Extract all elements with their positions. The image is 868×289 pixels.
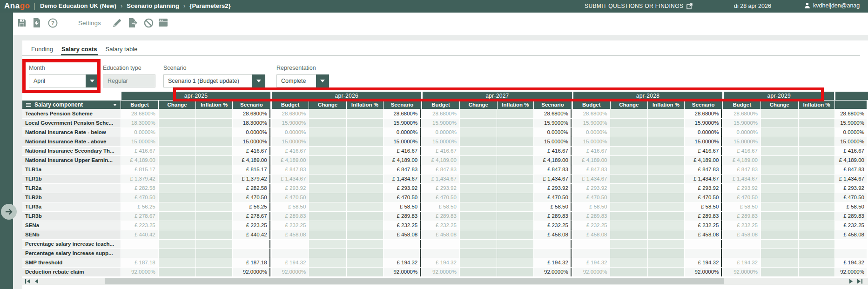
inflation-cell[interactable] bbox=[648, 156, 684, 165]
inflation-cell[interactable] bbox=[799, 175, 835, 183]
inflation-cell[interactable] bbox=[347, 221, 383, 230]
dropdown-arrow-button[interactable] bbox=[316, 74, 329, 87]
inflation-cell[interactable] bbox=[347, 109, 383, 118]
download-icon[interactable] bbox=[33, 18, 43, 28]
change-cell[interactable] bbox=[761, 258, 798, 267]
inflation-cell[interactable] bbox=[648, 137, 684, 146]
inflation-cell[interactable] bbox=[799, 258, 835, 267]
change-cell[interactable] bbox=[610, 109, 647, 118]
inflation-cell[interactable] bbox=[196, 249, 232, 258]
inflation-cell[interactable] bbox=[497, 165, 533, 174]
inflation-cell[interactable] bbox=[799, 221, 835, 230]
settings-button[interactable]: Settings bbox=[78, 20, 101, 27]
change-cell[interactable] bbox=[610, 230, 647, 239]
inflation-cell[interactable] bbox=[648, 212, 684, 221]
change-cell[interactable] bbox=[159, 175, 196, 183]
column-dropdown-icon[interactable] bbox=[113, 104, 117, 106]
inflation-cell[interactable] bbox=[347, 202, 383, 211]
change-cell[interactable] bbox=[761, 109, 798, 118]
change-cell[interactable] bbox=[159, 147, 196, 155]
scroll-first-button[interactable] bbox=[24, 278, 31, 284]
scroll-prev-button[interactable] bbox=[33, 278, 40, 284]
inflation-cell[interactable] bbox=[799, 202, 835, 211]
inflation-cell[interactable] bbox=[196, 147, 232, 155]
inflation-cell[interactable] bbox=[799, 193, 835, 202]
change-cell[interactable] bbox=[309, 202, 346, 211]
export-icon[interactable] bbox=[128, 18, 138, 28]
change-cell[interactable] bbox=[159, 137, 196, 146]
inflation-cell[interactable] bbox=[497, 268, 533, 276]
change-cell[interactable] bbox=[159, 230, 196, 239]
inflation-cell[interactable] bbox=[196, 137, 232, 146]
change-cell[interactable] bbox=[610, 184, 647, 193]
change-cell[interactable] bbox=[159, 109, 196, 118]
inflation-cell[interactable] bbox=[196, 240, 232, 249]
change-cell[interactable] bbox=[761, 147, 798, 155]
change-cell[interactable] bbox=[761, 249, 798, 258]
change-cell[interactable] bbox=[761, 184, 798, 193]
inflation-cell[interactable] bbox=[799, 240, 835, 249]
inflation-cell[interactable] bbox=[347, 268, 383, 276]
inflation-cell[interactable] bbox=[347, 128, 383, 137]
change-cell[interactable] bbox=[761, 119, 798, 128]
change-cell[interactable] bbox=[460, 258, 497, 267]
change-cell[interactable] bbox=[610, 212, 647, 221]
inflation-cell[interactable] bbox=[497, 184, 533, 193]
change-cell[interactable] bbox=[460, 268, 497, 276]
inflation-cell[interactable] bbox=[497, 175, 533, 183]
inflation-cell[interactable] bbox=[648, 240, 684, 249]
change-cell[interactable] bbox=[159, 184, 196, 193]
inflation-cell[interactable] bbox=[347, 230, 383, 239]
inflation-cell[interactable] bbox=[497, 202, 533, 211]
inflation-cell[interactable] bbox=[648, 193, 684, 202]
change-cell[interactable] bbox=[610, 147, 647, 155]
block-icon[interactable] bbox=[144, 18, 154, 28]
tab-salary-costs[interactable]: Salary costs bbox=[61, 43, 98, 55]
scroll-last-button[interactable] bbox=[856, 278, 863, 284]
change-cell[interactable] bbox=[159, 249, 196, 258]
change-cell[interactable] bbox=[309, 193, 346, 202]
breadcrumb-item[interactable]: Scenario planning bbox=[127, 2, 179, 9]
inflation-cell[interactable] bbox=[196, 212, 232, 221]
change-cell[interactable] bbox=[460, 184, 497, 193]
inflation-cell[interactable] bbox=[497, 212, 533, 221]
submit-questions-link[interactable]: SUBMIT QUESTIONS OR FINDINGS bbox=[585, 3, 693, 9]
inflation-cell[interactable] bbox=[196, 109, 232, 118]
user-account[interactable]: kvdheijden@anag bbox=[804, 2, 860, 9]
change-cell[interactable] bbox=[761, 240, 798, 249]
inflation-cell[interactable] bbox=[648, 268, 684, 276]
change-cell[interactable] bbox=[309, 184, 346, 193]
inflation-cell[interactable] bbox=[497, 147, 533, 155]
inflation-cell[interactable] bbox=[347, 175, 383, 183]
change-cell[interactable] bbox=[610, 221, 647, 230]
change-cell[interactable] bbox=[610, 165, 647, 174]
change-cell[interactable] bbox=[309, 258, 346, 267]
change-cell[interactable] bbox=[159, 119, 196, 128]
inflation-cell[interactable] bbox=[648, 221, 684, 230]
inflation-cell[interactable] bbox=[196, 193, 232, 202]
change-cell[interactable] bbox=[761, 212, 798, 221]
inflation-cell[interactable] bbox=[347, 137, 383, 146]
inflation-cell[interactable] bbox=[799, 165, 835, 174]
inflation-cell[interactable] bbox=[799, 156, 835, 165]
inflation-cell[interactable] bbox=[196, 156, 232, 165]
inflation-cell[interactable] bbox=[648, 202, 684, 211]
change-cell[interactable] bbox=[610, 137, 647, 146]
change-cell[interactable] bbox=[309, 175, 346, 183]
inflation-cell[interactable] bbox=[497, 193, 533, 202]
change-cell[interactable] bbox=[460, 156, 497, 165]
change-cell[interactable] bbox=[309, 119, 346, 128]
inflation-cell[interactable] bbox=[497, 249, 533, 258]
inflation-cell[interactable] bbox=[196, 119, 232, 128]
change-cell[interactable] bbox=[761, 193, 798, 202]
inflation-cell[interactable] bbox=[347, 119, 383, 128]
dropdown-arrow-button[interactable] bbox=[252, 74, 265, 87]
inflation-cell[interactable] bbox=[196, 202, 232, 211]
inflation-cell[interactable] bbox=[497, 230, 533, 239]
dropdown-arrow-button[interactable] bbox=[86, 74, 99, 87]
change-cell[interactable] bbox=[159, 193, 196, 202]
window-icon[interactable] bbox=[158, 18, 168, 28]
change-cell[interactable] bbox=[159, 202, 196, 211]
inflation-cell[interactable] bbox=[497, 109, 533, 118]
change-cell[interactable] bbox=[309, 212, 346, 221]
